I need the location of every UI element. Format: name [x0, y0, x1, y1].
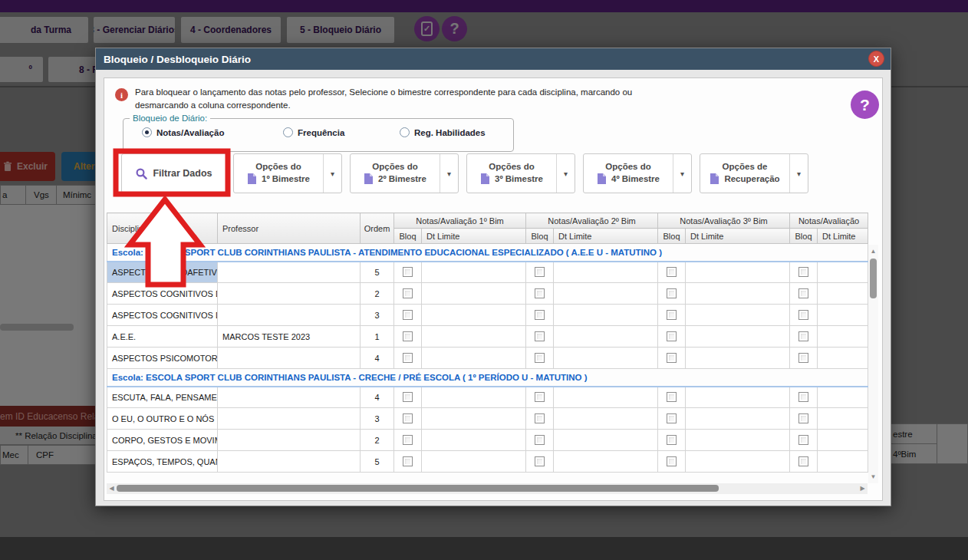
radio-notas-avaliacao[interactable]: Notas/Avaliação: [142, 127, 283, 137]
bloq-checkbox[interactable]: [798, 456, 808, 466]
dt-limite-cell[interactable]: [422, 262, 526, 283]
radio-frequencia[interactable]: Frequência: [283, 127, 400, 137]
radio-button-icon[interactable]: [400, 127, 410, 137]
opcoes-dropdown-toggle-3[interactable]: ▾: [556, 154, 575, 193]
dt-limite-cell[interactable]: [818, 283, 868, 305]
dt-limite-cell[interactable]: [422, 283, 526, 305]
dt-limite-cell[interactable]: [818, 387, 868, 408]
subject-name-cell[interactable]: ASPECTOS COGNITIVOS DE CONH: [107, 283, 218, 305]
bloq-checkbox[interactable]: [798, 353, 808, 363]
bloq-checkbox[interactable]: [535, 331, 545, 341]
bloq-checkbox[interactable]: [535, 267, 545, 277]
dt-limite-cell[interactable]: [422, 326, 526, 348]
bloq-checkbox[interactable]: [403, 353, 413, 363]
dt-limite-cell[interactable]: [818, 408, 868, 430]
dt-limite-cell[interactable]: [554, 451, 658, 473]
scroll-left-icon[interactable]: ◀: [107, 483, 117, 494]
opcoes-dropdown-toggle-5[interactable]: ▾: [789, 154, 808, 193]
col-header-professor[interactable]: Professor: [218, 213, 361, 244]
dt-limite-cell[interactable]: [554, 387, 658, 408]
subject-name-cell[interactable]: O EU, O OUTRO E O NÓS: [107, 408, 218, 430]
bloq-checkbox[interactable]: [403, 392, 413, 402]
bloq-checkbox[interactable]: [667, 288, 677, 298]
dt-limite-cell[interactable]: [554, 305, 658, 326]
horizontal-scroll-thumb[interactable]: [117, 485, 719, 492]
bloq-checkbox[interactable]: [798, 310, 808, 320]
bloq-checkbox[interactable]: [535, 456, 545, 466]
filtrar-dados-button[interactable]: Filtrar Dados: [121, 153, 227, 193]
subject-name-cell[interactable]: A.E.E.: [107, 326, 218, 348]
opcoes-dropdown-toggle-2[interactable]: ▾: [440, 154, 458, 193]
horizontal-scrollbar[interactable]: ◀ ▶: [107, 483, 868, 494]
dt-limite-cell[interactable]: [554, 430, 658, 451]
dt-limite-cell[interactable]: [686, 348, 790, 369]
dt-limite-cell[interactable]: [554, 283, 658, 305]
dt-limite-cell[interactable]: [686, 451, 790, 473]
subject-name-cell[interactable]: ASPECTOS PSICOMOTORES: [107, 348, 218, 369]
bloq-checkbox[interactable]: [535, 353, 545, 363]
bloq-checkbox[interactable]: [667, 267, 677, 277]
dt-limite-cell[interactable]: [686, 408, 790, 430]
bloq-checkbox[interactable]: [535, 288, 545, 298]
dt-limite-cell[interactable]: [686, 283, 790, 305]
bloq-checkbox[interactable]: [667, 435, 677, 445]
bloq-checkbox[interactable]: [667, 392, 677, 402]
dt-limite-cell[interactable]: [686, 430, 790, 451]
vertical-scroll-thumb[interactable]: [870, 259, 877, 298]
opcoes-button-4[interactable]: Opções do4º Bimestre: [584, 154, 673, 193]
bloq-checkbox[interactable]: [667, 310, 677, 320]
subject-name-cell[interactable]: ASPECTOS COGNITIVOS DE LINGU: [107, 305, 218, 326]
dt-limite-cell[interactable]: [422, 408, 526, 430]
dt-limite-cell[interactable]: [818, 451, 868, 473]
bloq-checkbox[interactable]: [798, 435, 808, 445]
opcoes-button-2[interactable]: Opções do2º Bimestre: [351, 154, 440, 193]
dt-limite-cell[interactable]: [554, 348, 658, 369]
bloq-checkbox[interactable]: [403, 456, 413, 466]
dt-limite-cell[interactable]: [686, 387, 790, 408]
bloq-checkbox[interactable]: [667, 331, 677, 341]
opcoes-button-5[interactable]: Opções deRecuperação: [700, 154, 789, 193]
bloq-checkbox[interactable]: [535, 413, 545, 423]
opcoes-dropdown-toggle-4[interactable]: ▾: [673, 154, 691, 193]
dt-limite-cell[interactable]: [422, 430, 526, 451]
bloq-checkbox[interactable]: [403, 331, 413, 341]
dt-limite-cell[interactable]: [686, 305, 790, 326]
dt-limite-cell[interactable]: [686, 262, 790, 283]
dt-limite-cell[interactable]: [818, 305, 868, 326]
dt-limite-cell[interactable]: [818, 326, 868, 348]
opcoes-button-1[interactable]: Opções do1º Bimestre: [234, 154, 323, 193]
bloq-checkbox[interactable]: [798, 392, 808, 402]
bloq-checkbox[interactable]: [667, 413, 677, 423]
bloq-checkbox[interactable]: [535, 310, 545, 320]
help-button[interactable]: ?: [851, 91, 879, 119]
radio-reg-habilidades[interactable]: Reg. Habilidades: [400, 127, 486, 137]
vertical-scrollbar[interactable]: ▲ ▼: [868, 245, 878, 483]
bloq-checkbox[interactable]: [667, 353, 677, 363]
opcoes-dropdown-toggle-1[interactable]: ▾: [323, 154, 341, 193]
close-icon[interactable]: X: [868, 51, 884, 67]
dt-limite-cell[interactable]: [818, 348, 868, 369]
bloq-checkbox[interactable]: [403, 310, 413, 320]
radio-button-icon[interactable]: [142, 127, 152, 137]
bloq-checkbox[interactable]: [798, 288, 808, 298]
dt-limite-cell[interactable]: [818, 430, 868, 451]
dt-limite-cell[interactable]: [422, 305, 526, 326]
bloq-checkbox[interactable]: [535, 392, 545, 402]
dt-limite-cell[interactable]: [554, 262, 658, 283]
subject-name-cell[interactable]: ESCUTA, FALA, PENSAMENTO E IM: [107, 387, 218, 408]
dt-limite-cell[interactable]: [422, 451, 526, 473]
bloq-checkbox[interactable]: [403, 413, 413, 423]
bloq-checkbox[interactable]: [403, 288, 413, 298]
dt-limite-cell[interactable]: [422, 387, 526, 408]
bloq-checkbox[interactable]: [798, 267, 808, 277]
subject-name-cell[interactable]: ESPAÇOS, TEMPOS, QUANTIDADE: [107, 451, 218, 473]
bloq-checkbox[interactable]: [535, 435, 545, 445]
bloq-checkbox[interactable]: [798, 331, 808, 341]
dt-limite-cell[interactable]: [422, 348, 526, 369]
opcoes-button-3[interactable]: Opções do3º Bimestre: [467, 154, 556, 193]
bloq-checkbox[interactable]: [403, 267, 413, 277]
bloq-checkbox[interactable]: [798, 413, 808, 423]
dt-limite-cell[interactable]: [554, 408, 658, 430]
dt-limite-cell[interactable]: [818, 262, 868, 283]
radio-button-icon[interactable]: [283, 127, 293, 137]
